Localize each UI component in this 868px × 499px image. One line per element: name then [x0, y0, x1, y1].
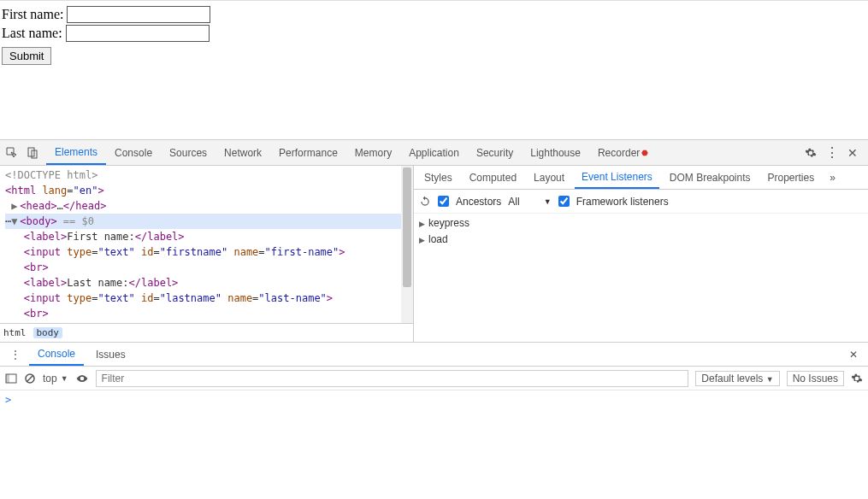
- tab-performance[interactable]: Performance: [270, 140, 346, 165]
- preview-indicator-icon: ⬣: [641, 149, 648, 157]
- devtools-panel: Elements Console Sources Network Perform…: [0, 139, 868, 409]
- no-issues-button[interactable]: No Issues: [787, 371, 844, 386]
- drawer-tab-issues[interactable]: Issues: [87, 343, 134, 366]
- tab-memory[interactable]: Memory: [346, 140, 400, 165]
- tab-console[interactable]: Console: [106, 140, 161, 165]
- svg-rect-3: [6, 374, 9, 383]
- listener-list: keypress load: [414, 214, 868, 250]
- page-body: First name: Last name: Submit: [0, 1, 868, 139]
- breadcrumb-body[interactable]: body: [33, 327, 63, 338]
- dom-pane: <!DOCTYPE html> <html lang="en"> ▶<head>…: [0, 166, 414, 342]
- side-tab-dom-breakpoints[interactable]: DOM Breakpoints: [663, 166, 758, 189]
- scope-select[interactable]: All▼: [508, 196, 551, 208]
- inspect-icon[interactable]: [5, 146, 19, 160]
- tab-sources[interactable]: Sources: [161, 140, 216, 165]
- clear-console-icon[interactable]: [24, 373, 36, 385]
- breadcrumb-html[interactable]: html: [3, 327, 27, 338]
- listener-toolbar: Ancestors All▼ Framework listeners: [414, 190, 868, 214]
- ancestors-checkbox[interactable]: [438, 196, 449, 207]
- kebab-icon[interactable]: ⋮: [825, 144, 839, 161]
- console-gear-icon[interactable]: [851, 373, 863, 385]
- refresh-icon[interactable]: [419, 196, 431, 208]
- drawer-tab-console[interactable]: Console: [29, 343, 84, 366]
- chevron-down-icon: ▼: [544, 197, 552, 206]
- side-tab-layout[interactable]: Layout: [527, 166, 571, 189]
- gear-icon[interactable]: [805, 147, 817, 159]
- side-tabs-more-icon[interactable]: »: [824, 172, 841, 184]
- selected-body-node[interactable]: ⋯▼<body> == $0: [5, 214, 413, 229]
- tab-application[interactable]: Application: [400, 140, 468, 165]
- first-name-label: First name:: [2, 7, 63, 22]
- devtools-tabbar: Elements Console Sources Network Perform…: [0, 140, 868, 166]
- drawer-close-icon[interactable]: ✕: [844, 349, 863, 361]
- svg-line-5: [27, 375, 33, 382]
- last-name-input[interactable]: [66, 25, 210, 42]
- side-tab-computed[interactable]: Computed: [463, 166, 523, 189]
- tab-recorder-label: Recorder: [598, 147, 640, 159]
- dom-scrollbar[interactable]: [401, 166, 413, 323]
- dom-label1-text: First name:: [67, 231, 134, 243]
- console-drawer: ⋮ Console Issues ✕ top ▼ Default levels …: [0, 342, 868, 409]
- tab-network[interactable]: Network: [216, 140, 270, 165]
- console-sidebar-icon[interactable]: [5, 373, 17, 385]
- chevron-down-icon: ▼: [766, 375, 774, 384]
- framework-label: Framework listeners: [576, 196, 669, 208]
- log-levels-select[interactable]: Default levels ▼: [695, 371, 779, 386]
- context-select[interactable]: top ▼: [43, 373, 68, 385]
- close-icon[interactable]: ✕: [847, 146, 858, 160]
- chevron-down-icon: ▼: [61, 374, 68, 383]
- first-name-input[interactable]: [67, 6, 210, 23]
- dom-breadcrumb[interactable]: html body: [0, 323, 413, 342]
- console-menu-icon[interactable]: ⋮: [5, 349, 26, 361]
- side-tabs: Styles Computed Layout Event Listeners D…: [414, 166, 868, 190]
- side-pane: Styles Computed Layout Event Listeners D…: [414, 166, 868, 342]
- tab-elements[interactable]: Elements: [46, 140, 106, 165]
- console-prompt[interactable]: >: [0, 390, 868, 409]
- ancestors-label: Ancestors: [456, 196, 501, 208]
- eye-icon[interactable]: [75, 373, 89, 385]
- side-tab-styles[interactable]: Styles: [417, 166, 459, 189]
- framework-checkbox[interactable]: [558, 196, 570, 207]
- doctype-line: <!DOCTYPE html>: [5, 169, 97, 181]
- tab-lighthouse[interactable]: Lighthouse: [522, 140, 589, 165]
- listener-keypress[interactable]: keypress: [419, 215, 863, 232]
- side-tab-event-listeners[interactable]: Event Listeners: [575, 166, 659, 189]
- listener-load[interactable]: load: [419, 232, 863, 248]
- tab-recorder[interactable]: Recorder ⬣: [589, 140, 657, 165]
- device-icon[interactable]: [26, 146, 39, 160]
- dom-tree[interactable]: <!DOCTYPE html> <html lang="en"> ▶<head>…: [0, 166, 413, 323]
- last-name-label: Last name:: [2, 26, 62, 41]
- console-filter-input[interactable]: [96, 370, 689, 387]
- submit-button[interactable]: Submit: [2, 47, 51, 65]
- dom-label2-text: Last name:: [67, 277, 128, 289]
- tab-security[interactable]: Security: [468, 140, 522, 165]
- side-tab-properties[interactable]: Properties: [761, 166, 822, 189]
